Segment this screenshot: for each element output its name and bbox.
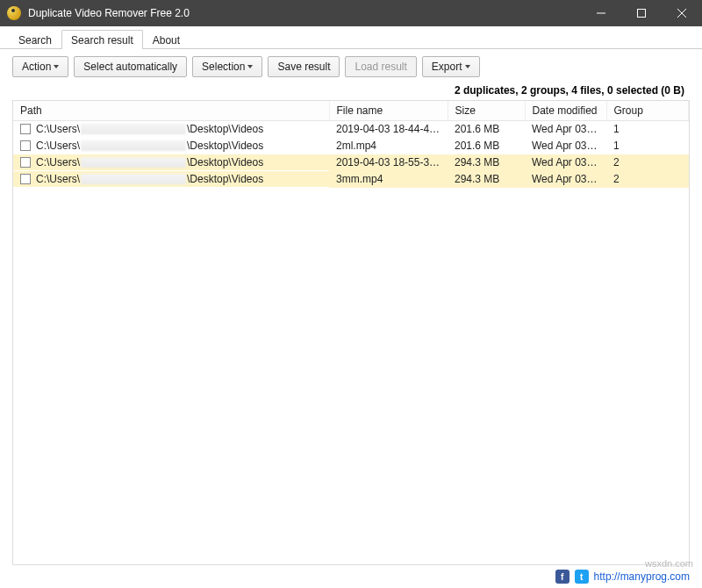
- redacted-span: [81, 124, 186, 134]
- tab-search-result[interactable]: Search result: [61, 30, 143, 48]
- action-button[interactable]: Action: [12, 56, 68, 77]
- load-result-label: Load result: [355, 61, 406, 73]
- results-table-wrap: Path File name Size Date modified Group …: [12, 100, 690, 565]
- window-controls: [581, 0, 702, 26]
- cell-path: C:\Users\\Desktop\Videos: [13, 138, 329, 154]
- row-checkbox[interactable]: [20, 157, 31, 168]
- facebook-icon[interactable]: f: [555, 570, 569, 584]
- cell-filename: 2ml.mp4: [329, 138, 448, 154]
- cell-group: 2: [606, 154, 689, 171]
- tab-about[interactable]: About: [143, 30, 190, 48]
- action-label: Action: [22, 61, 51, 73]
- col-group[interactable]: Group: [606, 101, 689, 121]
- select-auto-label: Select automatically: [83, 61, 177, 73]
- close-button[interactable]: [662, 0, 702, 26]
- path-text: C:\Users\\Desktop\Videos: [36, 140, 263, 152]
- cell-size: 201.6 MB: [448, 121, 525, 138]
- twitter-icon[interactable]: t: [575, 570, 589, 584]
- export-label: Export: [432, 61, 462, 73]
- cell-filename: 3mm.mp4: [329, 171, 448, 188]
- titlebar: Duplicate Video Remover Free 2.0: [0, 0, 702, 26]
- table-row[interactable]: C:\Users\\Desktop\Videos2019-04-03 18-55…: [13, 154, 689, 171]
- cell-date: Wed Apr 03 19...: [525, 171, 606, 188]
- table-header-row: Path File name Size Date modified Group: [13, 101, 689, 121]
- window-title: Duplicate Video Remover Free 2.0: [28, 7, 581, 19]
- col-date[interactable]: Date modified: [525, 101, 606, 121]
- row-checkbox[interactable]: [20, 140, 31, 151]
- minimize-button[interactable]: [581, 0, 621, 26]
- cell-date: Wed Apr 03 19...: [525, 154, 606, 171]
- svg-rect-1: [638, 10, 646, 18]
- save-result-label: Save result: [277, 61, 330, 73]
- row-checkbox[interactable]: [20, 174, 31, 184]
- path-text: C:\Users\\Desktop\Videos: [36, 123, 263, 135]
- col-filename[interactable]: File name: [329, 101, 448, 121]
- redacted-span: [81, 140, 186, 151]
- cell-size: 294.3 MB: [448, 154, 525, 171]
- row-checkbox[interactable]: [20, 124, 31, 134]
- col-size[interactable]: Size: [448, 101, 525, 121]
- tab-bar: Search Search result About: [0, 26, 702, 49]
- export-button[interactable]: Export: [422, 56, 480, 77]
- cell-filename: 2019-04-03 18-44-43.mp4: [329, 121, 448, 138]
- results-summary: 2 duplicates, 2 groups, 4 files, 0 selec…: [0, 84, 702, 100]
- selection-button[interactable]: Selection: [192, 56, 262, 77]
- path-text: C:\Users\\Desktop\Videos: [36, 156, 263, 169]
- cell-date: Wed Apr 03 18...: [525, 138, 606, 154]
- cell-filename: 2019-04-03 18-55-37.mp4: [329, 154, 448, 171]
- cell-size: 201.6 MB: [448, 138, 525, 154]
- maximize-button[interactable]: [621, 0, 662, 26]
- col-path[interactable]: Path: [13, 101, 329, 121]
- results-table: Path File name Size Date modified Group …: [13, 101, 689, 188]
- path-text: C:\Users\\Desktop\Videos: [36, 173, 263, 185]
- toolbar: Action Select automatically Selection Sa…: [0, 49, 702, 84]
- table-row[interactable]: C:\Users\\Desktop\Videos2ml.mp4201.6 MBW…: [13, 138, 689, 154]
- cell-path: C:\Users\\Desktop\Videos: [13, 154, 329, 170]
- cell-group: 1: [606, 138, 689, 154]
- caret-down-icon: [247, 65, 253, 68]
- caret-down-icon: [465, 65, 470, 68]
- tab-search[interactable]: Search: [9, 30, 61, 48]
- select-automatically-button[interactable]: Select automatically: [74, 56, 187, 77]
- cell-path: C:\Users\\Desktop\Videos: [13, 171, 329, 187]
- redacted-span: [81, 174, 186, 184]
- caret-down-icon: [54, 65, 59, 68]
- table-row[interactable]: C:\Users\\Desktop\Videos3mm.mp4294.3 MBW…: [13, 171, 689, 188]
- selection-label: Selection: [202, 61, 245, 73]
- redacted-span: [81, 157, 186, 168]
- cell-group: 1: [606, 121, 689, 138]
- cell-date: Wed Apr 03 18...: [525, 121, 606, 138]
- cell-path: C:\Users\\Desktop\Videos: [13, 121, 329, 137]
- cell-size: 294.3 MB: [448, 171, 525, 188]
- load-result-button[interactable]: Load result: [345, 56, 416, 77]
- save-result-button[interactable]: Save result: [268, 56, 340, 77]
- footer: f t http://manyprog.com: [0, 565, 702, 588]
- app-icon: [7, 6, 21, 20]
- footer-link[interactable]: http://manyprog.com: [594, 570, 690, 583]
- table-row[interactable]: C:\Users\\Desktop\Videos2019-04-03 18-44…: [13, 121, 689, 138]
- cell-group: 2: [606, 171, 689, 188]
